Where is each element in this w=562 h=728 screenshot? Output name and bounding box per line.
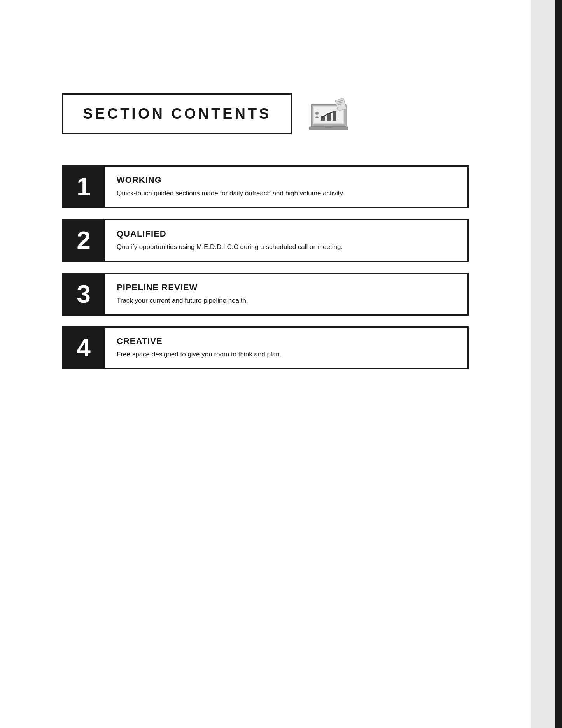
item-content-box-3: PIPELINE REVIEW Track your current and f…: [105, 273, 469, 316]
svg-rect-7: [325, 126, 333, 128]
laptop-chart-icon: [307, 95, 354, 133]
item-description-4: Free space designed to give you room to …: [117, 349, 456, 360]
item-number-block-2: 2: [62, 219, 105, 262]
header-row: SECTION CONTENTS: [62, 93, 469, 134]
section-title-box: SECTION CONTENTS: [62, 93, 292, 134]
item-title-4: CREATIVE: [117, 336, 456, 346]
section-title: SECTION CONTENTS: [83, 105, 271, 122]
item-number-1: 1: [77, 172, 91, 201]
item-content-box-2: QUALIFIED Qualify opportunities using M.…: [105, 219, 469, 262]
item-title-1: WORKING: [117, 175, 456, 185]
svg-rect-5: [333, 111, 336, 121]
main-content: SECTION CONTENTS: [0, 0, 531, 728]
items-list: 1 WORKING Quick-touch guided sections ma…: [62, 165, 469, 369]
item-row-1: 1 WORKING Quick-touch guided sections ma…: [62, 165, 469, 208]
item-content-box-1: WORKING Quick-touch guided sections made…: [105, 165, 469, 208]
item-number-3: 3: [77, 280, 91, 309]
item-number-block-4: 4: [62, 326, 105, 369]
item-row-2: 2 QUALIFIED Qualify opportunities using …: [62, 219, 469, 262]
right-sidebar: [531, 0, 562, 728]
item-number-2: 2: [77, 226, 91, 255]
item-number-block-3: 3: [62, 273, 105, 316]
item-row-3: 3 PIPELINE REVIEW Track your current and…: [62, 273, 469, 316]
item-description-3: Track your current and future pipeline h…: [117, 296, 456, 306]
item-title-2: QUALIFIED: [117, 229, 456, 239]
item-row-4: 4 CREATIVE Free space designed to give y…: [62, 326, 469, 369]
item-description-2: Qualify opportunities using M.E.D.D.I.C.…: [117, 242, 456, 252]
right-sidebar-bar: [555, 0, 562, 728]
svg-point-8: [315, 112, 319, 115]
item-title-3: PIPELINE REVIEW: [117, 282, 456, 293]
item-content-box-4: CREATIVE Free space designed to give you…: [105, 326, 469, 369]
item-number-block-1: 1: [62, 165, 105, 208]
item-description-1: Quick-touch guided sections made for dai…: [117, 188, 456, 198]
item-number-4: 4: [77, 333, 91, 362]
